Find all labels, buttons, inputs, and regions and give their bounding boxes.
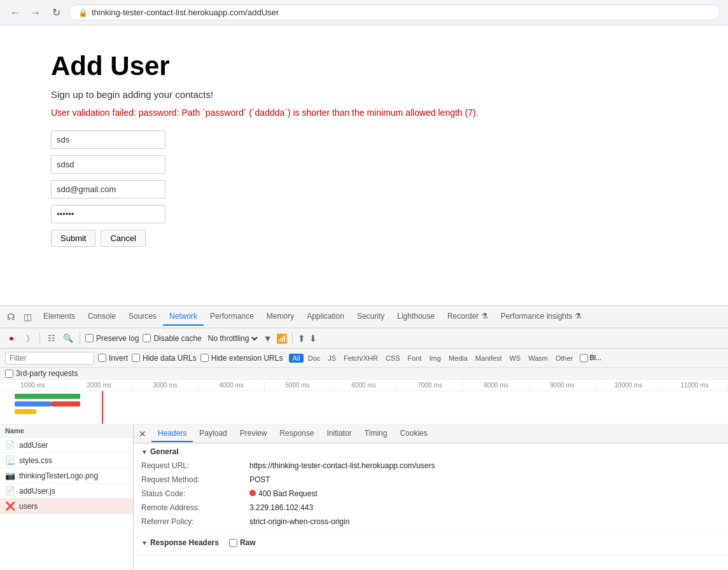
tab-performance[interactable]: Performance	[204, 308, 260, 326]
raw-checkbox[interactable]	[229, 539, 237, 547]
submit-button[interactable]: Submit	[51, 230, 95, 247]
tab-security[interactable]: Security	[351, 308, 391, 326]
throttle-dropdown-icon[interactable]: ▼	[263, 333, 272, 344]
file-item-adduser[interactable]: 📄 addUser	[0, 438, 133, 453]
address-bar[interactable]: 🔒 thinking-tester-contact-list.herokuapp…	[69, 4, 720, 20]
search-button[interactable]: 🔍	[62, 332, 74, 345]
headers-tab-cookies[interactable]: Cookies	[393, 426, 433, 442]
filter-more-label: Bl...	[589, 354, 601, 363]
preserve-log-label[interactable]: Preserve log	[85, 334, 139, 343]
tab-application[interactable]: Application	[300, 308, 351, 326]
separator-2	[80, 333, 80, 344]
tab-lighthouse[interactable]: Lighthouse	[391, 308, 441, 326]
filter-media[interactable]: Media	[445, 354, 471, 363]
tab-elements[interactable]: Elements	[37, 308, 81, 326]
third-party-row: 3rd-party requests	[0, 368, 728, 380]
forward-button[interactable]: →	[28, 5, 43, 20]
filter-other[interactable]: Other	[552, 354, 577, 363]
record-button[interactable]: ●	[5, 332, 18, 345]
back-button[interactable]: ←	[8, 5, 23, 20]
raw-label[interactable]: Raw	[229, 538, 256, 547]
raw-checkbox-row: Raw	[221, 538, 256, 547]
filter-css[interactable]: CSS	[382, 354, 403, 363]
header-row-method: Request Method: POST	[141, 474, 720, 485]
file-item-styles[interactable]: 📃 styles.css	[0, 453, 133, 468]
filter-wasm[interactable]: Wasm	[525, 354, 551, 363]
invert-label[interactable]: Invert	[98, 354, 128, 363]
hide-data-urls-checkbox[interactable]	[132, 354, 140, 362]
timeline-bars	[0, 391, 728, 424]
separator-1	[39, 333, 40, 344]
wifi-icon: 📶	[276, 333, 287, 344]
headers-tab-initiator[interactable]: Initiator	[320, 426, 358, 442]
username-input[interactable]	[51, 130, 165, 149]
filter-fetch-xhr[interactable]: Fetch/XHR	[340, 354, 381, 363]
headers-tab-headers[interactable]: Headers	[151, 426, 193, 442]
form-buttons: Submit Cancel	[51, 230, 677, 247]
disable-cache-checkbox[interactable]	[143, 334, 151, 342]
header-value-referrer: strict-origin-when-cross-origin	[249, 516, 349, 527]
filter-all[interactable]: All	[289, 354, 303, 363]
file-error-icon: ❌	[5, 501, 15, 511]
header-row-remote: Remote Address: 3.229.186.102:443	[141, 502, 720, 513]
email-input[interactable]	[51, 180, 165, 198]
headers-tab-preview[interactable]: Preview	[234, 426, 274, 442]
throttle-select[interactable]: No throttling Fast 3G Slow 3G Offline	[206, 333, 260, 344]
devtools-tabs: ☊ ◫ Elements Console Sources Network Per…	[0, 306, 728, 328]
devtools-inspector-icon[interactable]: ☊	[4, 310, 18, 324]
headers-tab-response[interactable]: Response	[273, 426, 320, 442]
hide-data-urls-label[interactable]: Hide data URLs	[132, 354, 197, 363]
mark-10000: 10000 ms	[596, 380, 662, 391]
cancel-button[interactable]: Cancel	[101, 230, 145, 247]
refresh-button[interactable]: ↻	[48, 5, 64, 20]
firstname-input[interactable]	[51, 155, 165, 174]
page-title: Add User	[51, 51, 677, 81]
filter-manifest[interactable]: Manifest	[472, 354, 505, 363]
main-panel: Name 📄 addUser 📃 styles.css 📷 thinkingTe…	[0, 424, 728, 570]
file-item-adduserjs[interactable]: 📄 addUser.js	[0, 483, 133, 499]
file-doc-icon: 📄	[5, 440, 15, 450]
headers-tab-payload[interactable]: Payload	[193, 426, 233, 442]
third-party-checkbox[interactable]	[5, 370, 13, 378]
headers-tab-timing[interactable]: Timing	[358, 426, 394, 442]
header-value-url: https://thinking-tester-contact-list.her…	[249, 460, 435, 471]
header-key-referrer: Referrer Policy:	[141, 516, 249, 527]
headers-close-button[interactable]: ✕	[139, 429, 146, 439]
response-headers-title: ▼ Response Headers Raw	[141, 538, 720, 547]
tab-recorder[interactable]: Recorder ⚗	[441, 308, 494, 326]
file-name-users: users	[19, 502, 38, 511]
url-text: thinking-tester-contact-list.herokuapp.c…	[92, 8, 279, 17]
filter-ws[interactable]: WS	[506, 354, 524, 363]
filter-more-checkbox[interactable]	[580, 354, 588, 363]
hide-ext-urls-label[interactable]: Hide extension URLs	[200, 354, 283, 363]
tab-performance-insights[interactable]: Performance insights ⚗	[494, 308, 588, 326]
upload-icon[interactable]: ⬆	[298, 333, 305, 344]
password-input[interactable]	[51, 205, 165, 223]
tab-memory[interactable]: Memory	[260, 308, 300, 326]
file-item-logo[interactable]: 📷 thinkingTesterLogo.png	[0, 468, 133, 483]
file-list-header: Name	[0, 424, 133, 438]
hide-ext-urls-checkbox[interactable]	[200, 354, 209, 362]
preserve-log-checkbox[interactable]	[85, 334, 94, 342]
filter-button[interactable]: ☷	[45, 332, 58, 345]
tab-network[interactable]: Network	[163, 308, 204, 326]
filter-font[interactable]: Font	[405, 354, 425, 363]
timeline-ruler: 1000 ms 2000 ms 3000 ms 4000 ms 5000 ms …	[0, 380, 728, 391]
tab-sources[interactable]: Sources	[122, 308, 163, 326]
devtools-device-icon[interactable]: ◫	[20, 310, 34, 324]
invert-checkbox[interactable]	[98, 354, 106, 362]
filter-js[interactable]: JS	[325, 354, 339, 363]
mark-11000: 11000 ms	[662, 380, 728, 391]
disable-cache-label[interactable]: Disable cache	[143, 334, 201, 343]
file-name-adduserjs: addUser.js	[19, 487, 55, 496]
filter-img[interactable]: Img	[426, 354, 444, 363]
header-value-method: POST	[249, 474, 270, 485]
file-item-users[interactable]: ❌ users	[0, 499, 133, 514]
download-icon[interactable]: ⬇	[309, 333, 317, 344]
filter-doc[interactable]: Doc	[305, 354, 324, 363]
tab-console[interactable]: Console	[81, 308, 122, 326]
timeline-area: 1000 ms 2000 ms 3000 ms 4000 ms 5000 ms …	[0, 380, 728, 424]
third-party-label[interactable]: 3rd-party requests	[5, 369, 723, 378]
clear-button[interactable]: 〉	[22, 332, 34, 345]
filter-input[interactable]	[5, 352, 94, 365]
